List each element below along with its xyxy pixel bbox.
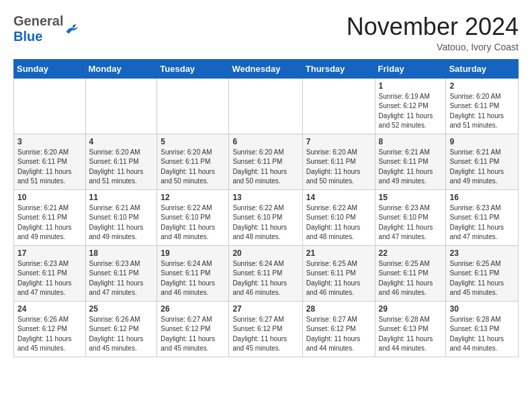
calendar-cell: 8Sunrise: 6:21 AM Sunset: 6:11 PM Daylig… [375,134,446,189]
calendar-table: SundayMondayTuesdayWednesdayThursdayFrid… [13,59,519,357]
day-info: Sunrise: 6:20 AM Sunset: 6:11 PM Dayligh… [89,148,154,187]
day-info: Sunrise: 6:20 AM Sunset: 6:11 PM Dayligh… [306,148,371,187]
calendar-week-3: 10Sunrise: 6:21 AM Sunset: 6:11 PM Dayli… [14,189,519,245]
calendar-cell: 23Sunrise: 6:25 AM Sunset: 6:11 PM Dayli… [446,245,519,301]
day-number: 27 [232,304,298,314]
day-info: Sunrise: 6:23 AM Sunset: 6:10 PM Dayligh… [379,203,443,242]
day-info: Sunrise: 6:26 AM Sunset: 6:12 PM Dayligh… [89,315,154,354]
calendar-cell: 4Sunrise: 6:20 AM Sunset: 6:11 PM Daylig… [85,134,157,189]
logo-bird-icon [65,23,80,35]
col-header-friday: Friday [375,59,446,78]
day-number: 19 [161,248,225,258]
day-info: Sunrise: 6:23 AM Sunset: 6:11 PM Dayligh… [449,203,515,242]
calendar-cell: 26Sunrise: 6:27 AM Sunset: 6:12 PM Dayli… [157,301,229,357]
month-title: November 2024 [347,13,519,40]
day-number: 29 [379,304,443,314]
logo-general: General [13,13,63,29]
logo: General Blue [13,13,80,44]
calendar-header-row: SundayMondayTuesdayWednesdayThursdayFrid… [14,59,519,78]
calendar-cell: 16Sunrise: 6:23 AM Sunset: 6:11 PM Dayli… [446,189,519,245]
day-number: 1 [379,81,443,91]
calendar-cell: 19Sunrise: 6:24 AM Sunset: 6:11 PM Dayli… [157,245,229,301]
day-number: 23 [449,248,515,258]
calendar-cell: 28Sunrise: 6:27 AM Sunset: 6:12 PM Dayli… [302,301,375,357]
calendar-week-4: 17Sunrise: 6:23 AM Sunset: 6:11 PM Dayli… [14,245,519,301]
day-info: Sunrise: 6:23 AM Sunset: 6:11 PM Dayligh… [89,259,154,298]
day-info: Sunrise: 6:21 AM Sunset: 6:11 PM Dayligh… [449,148,515,187]
col-header-sunday: Sunday [14,59,86,78]
day-info: Sunrise: 6:27 AM Sunset: 6:12 PM Dayligh… [161,315,225,354]
day-number: 18 [89,248,154,258]
logo-blue: Blue [13,29,63,44]
calendar-cell: 21Sunrise: 6:25 AM Sunset: 6:11 PM Dayli… [302,245,375,301]
calendar-cell: 27Sunrise: 6:27 AM Sunset: 6:12 PM Dayli… [229,301,302,357]
calendar-week-2: 3Sunrise: 6:20 AM Sunset: 6:11 PM Daylig… [14,134,519,189]
calendar-week-1: 1Sunrise: 6:19 AM Sunset: 6:12 PM Daylig… [14,78,519,134]
day-number: 24 [17,304,82,314]
calendar-cell: 25Sunrise: 6:26 AM Sunset: 6:12 PM Dayli… [85,301,157,357]
calendar-cell: 3Sunrise: 6:20 AM Sunset: 6:11 PM Daylig… [14,134,86,189]
day-info: Sunrise: 6:22 AM Sunset: 6:10 PM Dayligh… [232,203,298,242]
day-info: Sunrise: 6:24 AM Sunset: 6:11 PM Dayligh… [161,259,225,298]
day-number: 25 [89,304,154,314]
calendar-cell: 2Sunrise: 6:20 AM Sunset: 6:11 PM Daylig… [446,78,519,134]
day-number: 12 [161,193,225,202]
calendar-cell: 6Sunrise: 6:20 AM Sunset: 6:11 PM Daylig… [229,134,302,189]
calendar-cell [85,78,157,134]
day-number: 26 [161,304,225,314]
day-info: Sunrise: 6:27 AM Sunset: 6:12 PM Dayligh… [306,315,371,354]
calendar-cell: 14Sunrise: 6:22 AM Sunset: 6:10 PM Dayli… [302,189,375,245]
day-info: Sunrise: 6:25 AM Sunset: 6:11 PM Dayligh… [379,259,443,298]
calendar-cell [14,78,86,134]
day-number: 15 [379,193,443,202]
calendar-cell: 9Sunrise: 6:21 AM Sunset: 6:11 PM Daylig… [446,134,519,189]
calendar-cell: 12Sunrise: 6:22 AM Sunset: 6:10 PM Dayli… [157,189,229,245]
day-info: Sunrise: 6:28 AM Sunset: 6:13 PM Dayligh… [449,315,515,354]
calendar-cell: 24Sunrise: 6:26 AM Sunset: 6:12 PM Dayli… [14,301,86,357]
calendar-week-5: 24Sunrise: 6:26 AM Sunset: 6:12 PM Dayli… [14,301,519,357]
day-info: Sunrise: 6:24 AM Sunset: 6:11 PM Dayligh… [232,259,298,298]
day-number: 28 [306,304,371,314]
day-number: 2 [449,81,515,91]
day-number: 6 [232,137,298,146]
col-header-thursday: Thursday [302,59,375,78]
day-info: Sunrise: 6:23 AM Sunset: 6:11 PM Dayligh… [17,259,82,298]
day-number: 10 [17,193,82,202]
location: Vatouo, Ivory Coast [347,42,519,52]
day-number: 7 [306,137,371,146]
day-info: Sunrise: 6:27 AM Sunset: 6:12 PM Dayligh… [232,315,298,354]
col-header-saturday: Saturday [446,59,519,78]
day-number: 9 [449,137,515,146]
calendar-cell: 30Sunrise: 6:28 AM Sunset: 6:13 PM Dayli… [446,301,519,357]
calendar-cell: 15Sunrise: 6:23 AM Sunset: 6:10 PM Dayli… [375,189,446,245]
day-info: Sunrise: 6:20 AM Sunset: 6:11 PM Dayligh… [232,148,298,187]
day-number: 30 [449,304,515,314]
day-number: 5 [161,137,225,146]
calendar-cell [157,78,229,134]
calendar-cell: 5Sunrise: 6:20 AM Sunset: 6:11 PM Daylig… [157,134,229,189]
day-info: Sunrise: 6:21 AM Sunset: 6:10 PM Dayligh… [89,203,154,242]
calendar-cell: 17Sunrise: 6:23 AM Sunset: 6:11 PM Dayli… [14,245,86,301]
day-info: Sunrise: 6:20 AM Sunset: 6:11 PM Dayligh… [161,148,225,187]
calendar-cell: 29Sunrise: 6:28 AM Sunset: 6:13 PM Dayli… [375,301,446,357]
day-number: 20 [232,248,298,258]
day-number: 22 [379,248,443,258]
day-info: Sunrise: 6:25 AM Sunset: 6:11 PM Dayligh… [449,259,515,298]
col-header-wednesday: Wednesday [229,59,302,78]
day-info: Sunrise: 6:21 AM Sunset: 6:11 PM Dayligh… [379,148,443,187]
day-number: 17 [17,248,82,258]
day-info: Sunrise: 6:25 AM Sunset: 6:11 PM Dayligh… [306,259,371,298]
day-info: Sunrise: 6:22 AM Sunset: 6:10 PM Dayligh… [161,203,225,242]
col-header-tuesday: Tuesday [157,59,229,78]
calendar-cell: 11Sunrise: 6:21 AM Sunset: 6:10 PM Dayli… [85,189,157,245]
day-info: Sunrise: 6:21 AM Sunset: 6:11 PM Dayligh… [17,203,82,242]
calendar-cell: 13Sunrise: 6:22 AM Sunset: 6:10 PM Dayli… [229,189,302,245]
header: General Blue November 2024 Vatouo, Ivory… [13,13,519,52]
calendar-cell: 10Sunrise: 6:21 AM Sunset: 6:11 PM Dayli… [14,189,86,245]
day-number: 4 [89,137,154,146]
calendar-cell: 7Sunrise: 6:20 AM Sunset: 6:11 PM Daylig… [302,134,375,189]
day-number: 13 [232,193,298,202]
day-info: Sunrise: 6:20 AM Sunset: 6:11 PM Dayligh… [449,92,515,131]
calendar-cell: 22Sunrise: 6:25 AM Sunset: 6:11 PM Dayli… [375,245,446,301]
calendar-cell [302,78,375,134]
